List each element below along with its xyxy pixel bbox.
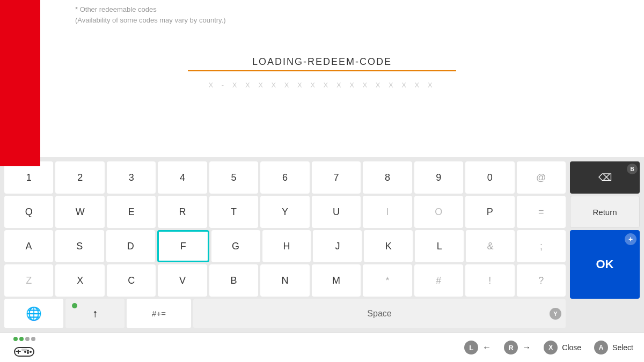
key-b[interactable]: B <box>209 264 258 297</box>
key-t[interactable]: T <box>209 196 258 228</box>
ok-plus-badge: + <box>625 233 636 245</box>
taskbar-btn-select[interactable]: A Select <box>594 341 633 354</box>
controller-dot-2 <box>19 337 24 341</box>
key-q[interactable]: Q <box>4 196 53 228</box>
top-content-area: * Other redeemable codes (Availability o… <box>0 0 644 166</box>
key-u[interactable]: U <box>312 196 361 228</box>
keyboard-main: 1 2 3 4 5 6 7 8 9 0 @ Q W E R <box>4 161 640 328</box>
key-ampersand[interactable]: & <box>466 230 515 262</box>
key-2[interactable]: 2 <box>55 161 104 194</box>
key-exclaim[interactable]: ! <box>465 264 514 297</box>
symbols-label: #+= <box>152 309 166 318</box>
keyboard-row-qwerty: Q W E R T Y U I O P = <box>4 196 566 228</box>
backspace-icon: ⌫ <box>598 172 612 183</box>
ok-key[interactable]: + OK <box>570 230 640 299</box>
key-8[interactable]: 8 <box>363 161 412 194</box>
taskbar-btn-left[interactable]: L ← <box>464 341 491 354</box>
controller-icon <box>11 337 38 358</box>
code-format-hint: X - X X X X X X X X X X X X X X X X <box>188 81 456 89</box>
key-semicolon[interactable]: ; <box>517 230 566 262</box>
keyboard-row-numbers: 1 2 3 4 5 6 7 8 9 0 @ <box>4 161 566 194</box>
taskbar-btn-right[interactable]: R → <box>504 341 531 354</box>
x-button: X <box>544 341 558 354</box>
symbols-key[interactable]: #+= <box>127 299 191 328</box>
key-1[interactable]: 1 <box>4 161 53 194</box>
key-v[interactable]: V <box>158 264 207 297</box>
y-button-badge: Y <box>550 308 561 320</box>
shift-active-dot <box>72 303 77 308</box>
controller-dots <box>13 337 35 341</box>
space-key[interactable]: Space Y <box>193 299 566 328</box>
r-button: R <box>504 341 518 354</box>
key-r[interactable]: R <box>158 196 207 228</box>
key-f[interactable]: F <box>157 230 209 262</box>
key-j[interactable]: J <box>313 230 362 262</box>
keyboard-container: 1 2 3 4 5 6 7 8 9 0 @ Q W E R <box>0 157 644 333</box>
key-z[interactable]: Z <box>4 264 53 297</box>
l-button: L <box>464 341 478 354</box>
key-m[interactable]: M <box>312 264 361 297</box>
close-label: Close <box>562 343 581 352</box>
shift-key[interactable]: ↑ <box>65 299 125 328</box>
key-4[interactable]: 4 <box>158 161 207 194</box>
svg-point-6 <box>27 352 29 354</box>
return-key[interactable]: Return <box>570 196 640 228</box>
key-7[interactable]: 7 <box>312 161 361 194</box>
backspace-key[interactable]: ⌫ B <box>570 161 640 194</box>
keyboard-keys: 1 2 3 4 5 6 7 8 9 0 @ Q W E R <box>4 161 566 328</box>
key-5[interactable]: 5 <box>209 161 258 194</box>
controller-svg-icon <box>13 343 35 358</box>
key-s[interactable]: S <box>55 230 104 262</box>
key-i[interactable]: I <box>363 196 412 228</box>
key-n[interactable]: N <box>260 264 309 297</box>
ok-label: OK <box>596 257 614 271</box>
controller-dot-4 <box>31 337 35 341</box>
key-at[interactable]: @ <box>517 161 566 194</box>
key-0[interactable]: 0 <box>465 161 514 194</box>
key-asterisk[interactable]: * <box>363 264 412 297</box>
key-h[interactable]: H <box>262 230 311 262</box>
key-w[interactable]: W <box>55 196 104 228</box>
svg-rect-2 <box>16 351 21 352</box>
key-hash[interactable]: # <box>414 264 463 297</box>
key-y[interactable]: Y <box>260 196 309 228</box>
key-3[interactable]: 3 <box>107 161 156 194</box>
taskbar-btn-close[interactable]: X Close <box>544 341 581 354</box>
key-o[interactable]: O <box>414 196 463 228</box>
a-button: A <box>594 341 608 354</box>
key-c[interactable]: C <box>107 264 156 297</box>
key-d[interactable]: D <box>106 230 155 262</box>
svg-point-4 <box>30 351 32 353</box>
taskbar: L ← R → X Close A Select <box>0 333 644 362</box>
key-a[interactable]: A <box>4 230 53 262</box>
key-e[interactable]: E <box>107 196 156 228</box>
space-label: Space <box>367 309 391 319</box>
code-input-area: X - X X X X X X X X X X X X X X X X <box>188 54 456 89</box>
controller-dot-3 <box>25 337 30 341</box>
key-x[interactable]: X <box>55 264 104 297</box>
select-label: Select <box>612 343 633 352</box>
left-arrow-icon: ← <box>482 343 491 352</box>
b-button-badge: B <box>627 164 638 174</box>
globe-icon: 🌐 <box>26 306 42 321</box>
key-question[interactable]: ? <box>517 264 566 297</box>
return-label: Return <box>592 208 617 217</box>
key-equals[interactable]: = <box>517 196 566 228</box>
svg-point-5 <box>24 351 26 353</box>
keyboard-rows: 1 2 3 4 5 6 7 8 9 0 @ Q W E R <box>4 161 566 297</box>
key-g[interactable]: G <box>211 230 260 262</box>
key-k[interactable]: K <box>364 230 413 262</box>
key-6[interactable]: 6 <box>260 161 309 194</box>
key-9[interactable]: 9 <box>414 161 463 194</box>
redeem-code-input[interactable] <box>188 54 456 71</box>
svg-point-3 <box>27 350 29 352</box>
globe-key[interactable]: 🌐 <box>4 299 63 328</box>
taskbar-actions: L ← R → X Close A Select <box>464 341 633 354</box>
key-l[interactable]: L <box>415 230 464 262</box>
key-p[interactable]: P <box>465 196 514 228</box>
svg-rect-7 <box>21 349 27 351</box>
controller-dot-1 <box>13 337 18 341</box>
red-sidebar-accent <box>0 0 40 166</box>
right-action-keys: ⌫ B Return + OK <box>570 161 640 328</box>
keyboard-row-zxcv: Z X C V B N M * # ! ? <box>4 264 566 297</box>
